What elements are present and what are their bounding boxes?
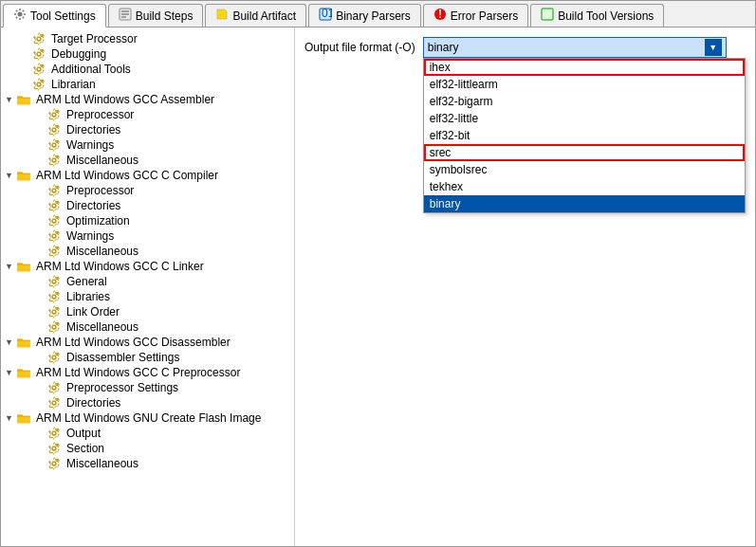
tab-bar: Tool SettingsBuild StepsBuild Artifact01… bbox=[1, 1, 755, 27]
tree-item-label: Section bbox=[66, 442, 104, 455]
tree-item-label: ARM Ltd Windows GCC Assembler bbox=[36, 93, 214, 106]
tab-label: Build Artifact bbox=[232, 9, 296, 23]
tree-item-label: ARM Ltd Windows GNU Create Flash Image bbox=[36, 411, 261, 425]
tree-item[interactable]: Preprocessor bbox=[1, 107, 294, 122]
dropdown-item-tekhex[interactable]: tekhex bbox=[424, 178, 745, 195]
tree-item[interactable]: Preprocessor Settings bbox=[1, 380, 294, 395]
tab-build-tool-versions[interactable]: Build Tool Versions bbox=[530, 4, 664, 27]
tree-item[interactable]: Libraries bbox=[1, 289, 294, 304]
tab-build-steps[interactable]: Build Steps bbox=[108, 4, 204, 27]
gear-icon bbox=[47, 396, 61, 410]
tab-build-artifact[interactable]: Build Artifact bbox=[205, 4, 306, 27]
tree-item[interactable]: Link Order bbox=[1, 304, 294, 319]
tree-item[interactable]: Librarian bbox=[1, 77, 294, 92]
output-format-row: Output file format (-O) binary ▼ ihexelf… bbox=[304, 37, 746, 58]
gear-icon bbox=[47, 442, 61, 455]
gear-icon bbox=[47, 305, 61, 319]
artifact-icon bbox=[215, 8, 229, 24]
tree-item[interactable]: Miscellaneous bbox=[1, 456, 294, 471]
dropdown-arrow-icon[interactable]: ▼ bbox=[705, 39, 722, 56]
tree-item[interactable]: ▼ ARM Ltd Windows GCC Disassembler bbox=[1, 335, 294, 350]
tree-item[interactable]: Directories bbox=[1, 198, 294, 213]
tree-panel: Target Processor Debugging Additional To… bbox=[1, 27, 295, 546]
tree-item[interactable]: Miscellaneous bbox=[1, 153, 294, 168]
tree-item-label: ARM Ltd Windows GCC C Preprocessor bbox=[36, 366, 240, 379]
tree-item-label: Optimization bbox=[66, 214, 130, 228]
tree-item[interactable]: Miscellaneous bbox=[1, 244, 294, 259]
tab-label: Tool Settings bbox=[30, 9, 96, 23]
tree-item[interactable]: Preprocessor bbox=[1, 183, 294, 198]
tree-item-label: Miscellaneous bbox=[66, 457, 138, 470]
gear-icon bbox=[47, 214, 61, 228]
dropdown-item-srec[interactable]: srec bbox=[424, 144, 745, 161]
main-window: Tool SettingsBuild StepsBuild Artifact01… bbox=[0, 0, 756, 547]
tree-item[interactable]: ▼ ARM Ltd Windows GCC C Linker bbox=[1, 259, 294, 274]
versions-icon bbox=[541, 8, 554, 24]
tree-item[interactable]: Disassembler Settings bbox=[1, 350, 294, 365]
tree-item[interactable]: General bbox=[1, 274, 294, 289]
tree-item[interactable]: Additional Tools bbox=[1, 62, 294, 77]
tab-error-parsers[interactable]: !Error Parsers bbox=[423, 4, 528, 27]
gear-icon bbox=[47, 138, 61, 152]
tree-item[interactable]: Directories bbox=[1, 122, 294, 137]
folder-icon bbox=[17, 170, 30, 181]
tree-item-label: Link Order bbox=[66, 305, 120, 319]
dropdown-item-symbolsrec[interactable]: symbolsrec bbox=[424, 161, 745, 178]
folder-icon bbox=[17, 337, 30, 348]
tab-binary-parsers[interactable]: 01Binary Parsers bbox=[308, 4, 421, 27]
tree-arrow-icon: ▼ bbox=[5, 262, 14, 271]
tree-item-label: ARM Ltd Windows GCC C Compiler bbox=[36, 169, 218, 182]
tree-item[interactable]: ▼ ARM Ltd Windows GCC C Compiler bbox=[1, 168, 294, 183]
tree-arrow-icon: ▼ bbox=[5, 413, 14, 423]
gear-icon bbox=[47, 381, 61, 394]
dropdown-item-binary[interactable]: binary bbox=[424, 195, 745, 212]
gear-icon bbox=[47, 199, 61, 212]
tree-item-label: Target Processor bbox=[51, 32, 138, 46]
gear-icon bbox=[47, 457, 61, 470]
tree-item-label: Preprocessor bbox=[66, 108, 134, 121]
tree-item[interactable]: ▼ ARM Ltd Windows GNU Create Flash Image bbox=[1, 410, 294, 426]
svg-point-0 bbox=[18, 12, 23, 17]
tree-item[interactable]: Miscellaneous bbox=[1, 319, 294, 335]
dropdown-item-elf32-littlearm[interactable]: elf32-littlearm bbox=[424, 76, 745, 93]
dropdown-item-ihex[interactable]: ihex bbox=[424, 59, 745, 76]
folder-icon bbox=[17, 367, 30, 378]
tree-item[interactable]: Section bbox=[1, 441, 294, 456]
tree-item[interactable]: ▼ ARM Ltd Windows GCC C Preprocessor bbox=[1, 365, 294, 380]
tree-item[interactable]: ▼ ARM Ltd Windows GCC Assembler bbox=[1, 92, 294, 107]
tree-item[interactable]: Output bbox=[1, 426, 294, 441]
dropdown-item-elf32-bit[interactable]: elf32-bit bbox=[424, 127, 745, 144]
binary-icon: 01 bbox=[319, 8, 332, 24]
folder-icon bbox=[17, 412, 30, 424]
tree-item[interactable]: Warnings bbox=[1, 137, 294, 153]
tree-item[interactable]: Directories bbox=[1, 395, 294, 410]
gear-icon bbox=[47, 229, 61, 243]
tree-arrow-icon: ▼ bbox=[5, 337, 14, 347]
tree-item-label: Miscellaneous bbox=[66, 245, 138, 258]
gear-icon bbox=[47, 154, 61, 167]
dropdown-item-elf32-bigarm[interactable]: elf32-bigarm bbox=[424, 93, 745, 110]
tree-item-label: ARM Ltd Windows GCC C Linker bbox=[36, 260, 204, 273]
tab-tool-settings[interactable]: Tool Settings bbox=[3, 4, 106, 27]
tree-item[interactable]: Target Processor bbox=[1, 31, 294, 46]
gear-icon bbox=[32, 47, 46, 61]
output-format-dropdown[interactable]: binary ▼ ihexelf32-littlearmelf32-bigarm… bbox=[423, 37, 727, 58]
tree-arrow-icon: ▼ bbox=[5, 171, 14, 180]
main-content: Target Processor Debugging Additional To… bbox=[1, 27, 755, 546]
gear-icon bbox=[47, 123, 61, 137]
gear-icon bbox=[32, 32, 46, 46]
svg-rect-9 bbox=[542, 9, 553, 20]
gear-icon bbox=[32, 78, 46, 91]
tree-item[interactable]: Warnings bbox=[1, 228, 294, 244]
dropdown-item-elf32-little[interactable]: elf32-little bbox=[424, 110, 745, 127]
gear-icon bbox=[32, 63, 46, 76]
tree-item-label: Directories bbox=[66, 123, 120, 137]
tree-item-label: Directories bbox=[66, 396, 120, 410]
dropdown-trigger[interactable]: binary ▼ bbox=[423, 37, 727, 58]
tree-item-label: Output bbox=[66, 427, 101, 440]
tree-arrow-icon: ▼ bbox=[5, 95, 14, 104]
dropdown-selected-value: binary bbox=[428, 41, 705, 54]
tree-item[interactable]: Debugging bbox=[1, 46, 294, 62]
tab-label: Build Tool Versions bbox=[558, 9, 654, 23]
tree-item[interactable]: Optimization bbox=[1, 213, 294, 228]
